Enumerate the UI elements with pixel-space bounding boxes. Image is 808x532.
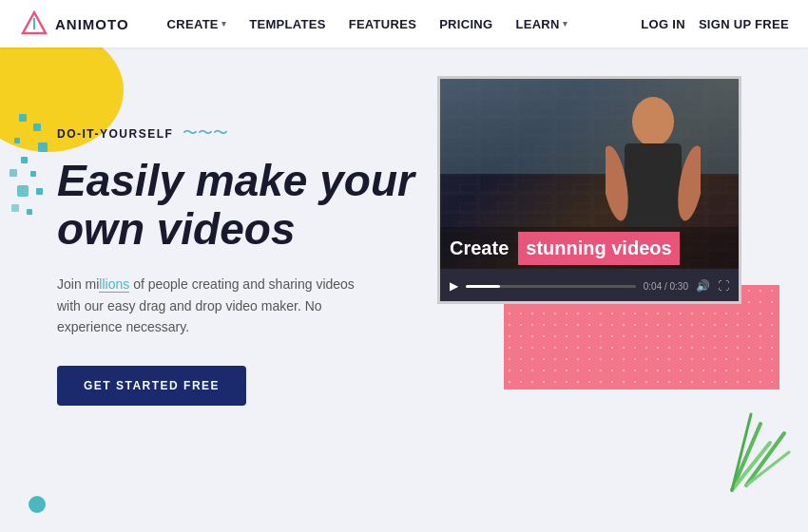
svg-rect-6 (21, 157, 28, 163)
hero-title: Easily make your own videos (57, 157, 414, 253)
nav-item-templates[interactable]: TEMPLATES (240, 11, 335, 37)
video-player[interactable]: Create stunning videos ▶ 0:04 / 0:30 🔊 ⛶ (437, 76, 741, 304)
hero-video-area: Create stunning videos ▶ 0:04 / 0:30 🔊 ⛶ (437, 76, 760, 361)
hero-section: DO-IT-YOURSELF 〜〜〜 Easily make your own … (0, 48, 808, 532)
svg-rect-4 (14, 138, 20, 143)
caption-create-text: Create (440, 238, 518, 259)
play-button[interactable]: ▶ (450, 279, 458, 293)
volume-icon[interactable]: 🔊 (696, 279, 710, 293)
login-link[interactable]: LOG IN (641, 17, 685, 31)
svg-rect-11 (11, 204, 19, 212)
video-controls: ▶ 0:04 / 0:30 🔊 ⛶ (440, 269, 739, 303)
animoto-logo-icon (19, 9, 49, 39)
nav-item-pricing[interactable]: PRICING (430, 11, 502, 37)
chevron-down-icon: ▾ (221, 19, 226, 28)
signup-link[interactable]: SIGN UP FREE (699, 17, 789, 31)
svg-point-16 (632, 97, 674, 146)
diy-text: DO-IT-YOURSELF (57, 127, 173, 141)
diy-label-row: DO-IT-YOURSELF 〜〜〜 (57, 124, 414, 143)
video-progress-bar[interactable] (466, 285, 636, 288)
svg-rect-10 (36, 188, 43, 195)
caption-stunning-text: stunning videos (518, 232, 679, 265)
teal-circle-decoration (29, 496, 46, 513)
video-time: 0:04 / 0:30 (644, 281, 688, 292)
svg-rect-3 (33, 124, 41, 131)
fullscreen-icon[interactable]: ⛶ (718, 279, 729, 293)
video-frame: Create stunning videos (440, 79, 739, 269)
svg-rect-7 (10, 169, 17, 177)
video-progress-fill (466, 285, 500, 288)
green-leaves-decoration (722, 405, 798, 504)
svg-rect-17 (625, 143, 682, 229)
cta-button[interactable]: GET STARTED FREE (57, 366, 246, 406)
nav-item-create[interactable]: CREATE ▾ (158, 11, 237, 37)
svg-rect-8 (30, 171, 36, 177)
chevron-down-icon-learn: ▾ (563, 19, 568, 28)
video-caption: Create stunning videos (440, 227, 739, 269)
svg-rect-12 (27, 209, 32, 215)
nav-auth: LOG IN SIGN UP FREE (641, 17, 789, 31)
hero-content: DO-IT-YOURSELF 〜〜〜 Easily make your own … (57, 124, 414, 406)
hero-description: Join millions of people creating and sha… (57, 274, 371, 337)
svg-rect-5 (38, 142, 48, 152)
logo[interactable]: ANIMOTO (19, 9, 129, 39)
svg-rect-9 (17, 185, 29, 197)
nav-item-features[interactable]: FEATURES (339, 11, 427, 37)
svg-rect-2 (19, 114, 27, 122)
logo-text: ANIMOTO (55, 16, 129, 32)
nav-item-learn[interactable]: LEARN ▾ (506, 11, 577, 37)
nav-links: CREATE ▾ TEMPLATES FEATURES PRICING LEAR… (158, 11, 642, 37)
navbar: ANIMOTO CREATE ▾ TEMPLATES FEATURES PRIC… (0, 0, 808, 48)
wave-decoration: 〜〜〜 (183, 124, 228, 143)
